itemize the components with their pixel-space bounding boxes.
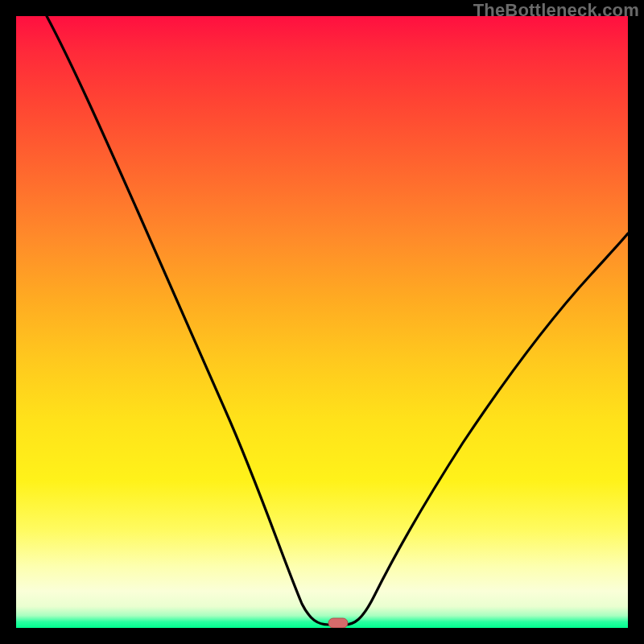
curve-svg: [16, 16, 628, 628]
min-marker: [328, 618, 348, 628]
plot-area: [16, 16, 628, 628]
bottleneck-curve: [47, 16, 628, 625]
chart-stage: TheBottleneck.com: [0, 0, 644, 644]
